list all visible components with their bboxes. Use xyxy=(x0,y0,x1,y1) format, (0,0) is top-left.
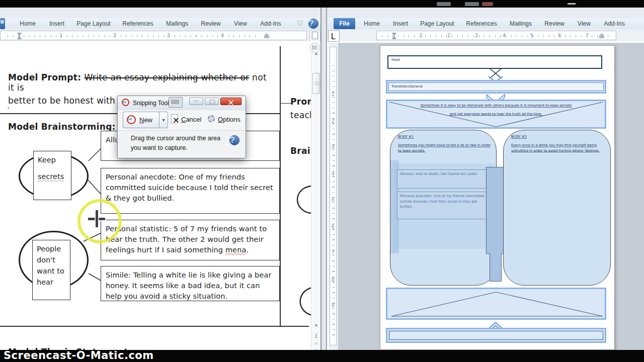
select-browse-object-button[interactable]: ○ xyxy=(312,341,320,346)
simile-box[interactable]: Simile: Telling a white lie is like givi… xyxy=(101,266,280,301)
right-tab-insert[interactable]: Insert xyxy=(393,20,408,27)
left-tab-home[interactable]: Home xyxy=(20,20,36,27)
tab-selector-box[interactable]: L xyxy=(328,30,340,42)
funnel-box[interactable]: Sometimes it is okay to be dishonest wit… xyxy=(386,100,606,129)
options-button[interactable]: Options xyxy=(208,113,243,127)
left-tab-references[interactable]: References xyxy=(122,20,153,27)
hook-box[interactable]: Hook xyxy=(387,55,602,69)
left-tab-file-label: File xyxy=(0,18,4,25)
funnel-text: Sometimes it is okay to be dishonest wit… xyxy=(387,103,605,117)
taskbar-ghost-icon xyxy=(169,97,183,108)
body1-text-block: BODY #1 Sometimes you might have to tell… xyxy=(398,134,491,153)
right-tab-addins[interactable]: Add-Ins xyxy=(604,20,624,27)
cancel-button[interactable]: ✕ Cancel xyxy=(171,113,204,127)
scroll-down-button[interactable]: ▼ xyxy=(312,323,320,328)
right-tab-file[interactable]: File xyxy=(334,18,355,29)
minimize-button[interactable]: — xyxy=(189,98,203,105)
left-tab-review[interactable]: Review xyxy=(201,20,220,27)
close-button[interactable]: ✕ xyxy=(220,98,242,105)
vruler-bar: 1 2 3 4 5 6 7 8 9 xyxy=(330,47,337,345)
right-tab-review[interactable]: Review xyxy=(544,20,564,27)
right-tab-view[interactable]: View xyxy=(578,20,591,27)
body-connector-shape[interactable] xyxy=(486,167,505,254)
right-indent-marker[interactable] xyxy=(599,33,604,38)
ruler-number: 7 xyxy=(586,33,589,38)
right-tab-home[interactable]: Home xyxy=(364,20,380,27)
ruler-number: 2 xyxy=(447,33,450,38)
page-icon xyxy=(312,32,318,39)
cancel-x-glyph: ✕ xyxy=(173,116,179,125)
body2-text-block: BODY #2 Every once in a while you may fi… xyxy=(511,134,609,153)
cancel-button-label: Cancel xyxy=(181,116,201,123)
body1-text: Sometimes you might have to tell a lie o… xyxy=(398,143,491,153)
anecdote-box[interactable]: Personal anecdote: One of my friends com… xyxy=(101,168,280,214)
screen: File Home Insert Page Layout References … xyxy=(0,0,644,362)
left-tab-insert[interactable]: Insert xyxy=(49,20,64,27)
new-dropdown-arrow[interactable]: ▾ xyxy=(159,112,168,128)
body2-text: Every once in a while you may find yours… xyxy=(511,143,609,153)
pyramid-box[interactable] xyxy=(386,288,606,320)
left-tab-file[interactable]: File xyxy=(0,18,5,29)
col2-prompt-fragment: Prom xyxy=(290,97,311,107)
new-snip-icon: ✂ xyxy=(127,115,136,124)
body-connector-shape-lower[interactable] xyxy=(490,253,502,282)
left-tab-mailings[interactable]: Mailings xyxy=(166,20,188,27)
titlebar-button-remnant xyxy=(437,2,451,6)
ruler-number: 3 xyxy=(332,144,335,150)
left-tab-page-layout[interactable]: Page Layout xyxy=(76,20,110,27)
snipping-tool-dialog[interactable]: ✂ Snipping Tool — ✕ ✂ New ▾ ✕ xyxy=(117,96,246,158)
transition-box[interactable]: Transition/General xyxy=(386,80,606,94)
help-icon[interactable]: ? xyxy=(229,135,239,145)
right-ribbon-tab-row: File Home Insert Page Layout References … xyxy=(327,18,644,29)
double-up-icon: ▴ xyxy=(315,335,317,338)
ruler-number: 5 xyxy=(332,197,335,203)
ruler-ticks xyxy=(382,35,613,37)
tab-selector-glyph: L xyxy=(331,32,336,41)
oval-keep-secrets-textbox[interactable]: Keep secrets xyxy=(33,151,71,200)
left-horizontal-ruler: 1 2 3 4 xyxy=(0,31,307,40)
help-icon[interactable]: ? xyxy=(308,19,318,29)
right-tab-mailings[interactable]: Mailings xyxy=(510,20,532,27)
left-vertical-scrollbar[interactable]: ▲ ▼ ▴ ▴ ○ ▾ ▾ xyxy=(311,50,321,350)
snipping-title-text: Snipping Tool xyxy=(133,100,169,107)
previous-page-button[interactable]: ▴ ▴ xyxy=(312,333,320,338)
heart-icon[interactable]: ♡ xyxy=(297,19,303,27)
transition-inner: Transition/General xyxy=(388,82,604,91)
maximize-button[interactable] xyxy=(205,98,219,105)
ruler-number: 4 xyxy=(332,171,335,176)
left-tab-view[interactable]: View xyxy=(234,20,247,27)
titlebar-button-remnant xyxy=(465,2,479,6)
ruler-number: 4 xyxy=(503,33,506,38)
left-ribbon-tab-row: File Home Insert Page Layout References … xyxy=(0,18,320,29)
thumb-grip xyxy=(314,81,319,85)
new-button-label: New xyxy=(139,116,152,124)
conclusion-box[interactable] xyxy=(386,328,606,343)
oval2-line: hear xyxy=(37,277,66,288)
hook-label: Hook xyxy=(391,57,460,62)
left-ruler-row: 1 2 3 4 xyxy=(0,29,320,41)
oval2-line: want to xyxy=(37,265,66,277)
right-indent-marker[interactable] xyxy=(264,33,269,38)
new-button-group[interactable]: ✂ New ▾ xyxy=(123,112,168,128)
oval2-line: People xyxy=(37,243,66,254)
view-ruler-button[interactable] xyxy=(309,30,320,42)
transition-label: Transition/General xyxy=(391,84,494,89)
ruler-number: 1 xyxy=(332,92,335,97)
snipping-title-bar[interactable]: ✂ Snipping Tool — ✕ xyxy=(118,96,246,110)
scroll-thumb[interactable] xyxy=(312,73,320,94)
right-tab-page-layout[interactable]: Page Layout xyxy=(420,20,454,27)
ruler-number: 5 xyxy=(530,33,533,38)
cancel-icon: ✕ xyxy=(171,114,178,123)
hand-tool-icon[interactable] xyxy=(310,43,320,53)
body1-anecdote-box[interactable]: Personal anecdote: One of my friends com… xyxy=(397,192,489,219)
maximize-glyph xyxy=(210,100,215,104)
hint-text: Drag the cursor around the area you want… xyxy=(131,134,220,153)
body1-allusion-box[interactable]: Allusion: lead to death, like Osama bin … xyxy=(397,169,489,189)
left-tab-addins[interactable]: Add-Ins xyxy=(260,20,281,27)
body2-box[interactable]: BODY #2 Every once in a while you may fi… xyxy=(503,130,611,286)
body1-box[interactable]: BODY #1 Sometimes you might have to tell… xyxy=(390,130,497,286)
statistic-box[interactable]: Personal statistic: 5 of 7 my friends wa… xyxy=(101,220,280,260)
right-vertical-ruler: 1 2 3 4 5 6 7 8 9 xyxy=(329,43,338,350)
oval-people-textbox[interactable]: People don't want to hear xyxy=(32,240,70,300)
right-tab-references[interactable]: References xyxy=(466,20,497,27)
